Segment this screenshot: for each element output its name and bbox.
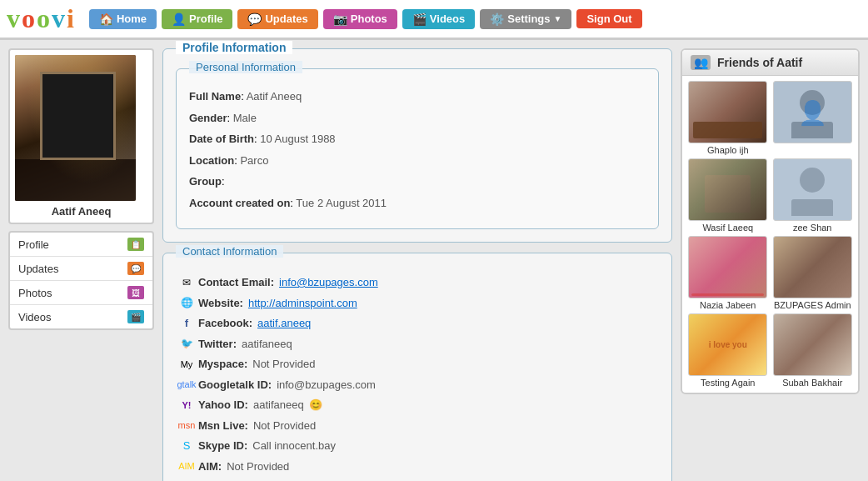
- aim-row: AIM AIM: Not Provided: [180, 458, 655, 475]
- friend-item-2[interactable]: [772, 81, 854, 155]
- friend-item-6[interactable]: BZUPAGES Admin: [772, 236, 854, 310]
- contact-info-section: Contact Information ✉ Contact Email: inf…: [162, 253, 672, 481]
- friend-item-4[interactable]: zee Shan: [772, 158, 854, 233]
- photos-icon: 📷: [333, 13, 347, 26]
- friend-photo-5: [688, 236, 767, 298]
- friend-item-8[interactable]: Subah Bakhair: [772, 313, 854, 388]
- msn-icon: msn: [180, 418, 193, 432]
- yahoo-value: aatifaneeq: [253, 397, 304, 413]
- friend-name-8: Subah Bakhair: [772, 378, 854, 388]
- profile-info-title: Profile Information: [176, 41, 292, 54]
- skype-icon: S: [180, 439, 193, 453]
- facebook-icon: f: [180, 317, 193, 330]
- logo: voovi: [7, 3, 76, 34]
- nav-settings-button[interactable]: ⚙️ Settings ▼: [480, 9, 571, 29]
- email-link[interactable]: info@bzupages.com: [279, 274, 378, 291]
- sidebar: Aatif Aneeq Profile 📋 Updates 💬 Photos 🖼: [8, 48, 154, 481]
- msn-row: msn Msn Live: Not Provided: [180, 418, 655, 434]
- group-label: Group: [189, 175, 222, 188]
- nav-header: voovi 🏠 Home 👤 Profile 💬 Updates 📷 Photo…: [0, 0, 868, 40]
- myspace-row: My Myspace: Not Provided: [180, 356, 655, 373]
- facebook-row: f Facebook: aatif.aneeq: [180, 315, 655, 332]
- friend-name-6: BZUPAGES Admin: [772, 300, 854, 310]
- friend-name-4: zee Shan: [772, 223, 854, 233]
- friends-grid: Ghaplo ijh: [682, 76, 858, 393]
- friend-photo-8: [773, 313, 852, 376]
- location-value: Parco: [240, 154, 268, 167]
- email-icon: ✉: [180, 276, 193, 289]
- friend-name-1: Ghaplo ijh: [687, 145, 769, 155]
- skype-value: Call innocent.bay: [252, 438, 336, 454]
- nav-videos-button[interactable]: 🎬 Videos: [402, 9, 475, 29]
- sidebar-videos-icon: 🎬: [127, 310, 144, 323]
- account-created-row: Account created on: Tue 2 August 2011: [189, 195, 646, 212]
- website-icon: 🌐: [180, 296, 193, 309]
- location-row: Location: Parco: [189, 153, 646, 169]
- friend-photo-3: [688, 158, 767, 221]
- aim-icon: AIM: [180, 459, 193, 473]
- home-icon: 🏠: [99, 13, 113, 26]
- profile-photo: [15, 55, 136, 201]
- sidebar-photos-label: Photos: [18, 287, 52, 299]
- myspace-value: Not Provided: [252, 356, 315, 373]
- yahoo-smiley: 😊: [309, 397, 322, 413]
- skype-row: S Skype ID: Call innocent.bay: [180, 438, 655, 454]
- facebook-link[interactable]: aatif.aneeq: [257, 315, 311, 332]
- website-link[interactable]: http://adminspoint.com: [248, 295, 357, 312]
- friend-item-7[interactable]: i love you Testing Again: [687, 313, 769, 388]
- personal-info-title: Personal Information: [189, 61, 302, 73]
- sidebar-item-profile[interactable]: Profile 📋: [10, 233, 152, 257]
- videos-icon: 🎬: [412, 13, 427, 26]
- nav-updates-button[interactable]: 💬 Updates: [237, 9, 317, 29]
- friends-header: 👥 Friends of Aatif: [682, 50, 858, 76]
- friend-photo-1: [688, 81, 767, 143]
- friends-header-icon: 👥: [691, 55, 711, 70]
- sidebar-profile-icon: 📋: [127, 238, 144, 251]
- settings-chevron-icon: ▼: [554, 14, 562, 23]
- friends-box: 👥 Friends of Aatif Ghaplo ijh: [681, 48, 860, 394]
- friend-photo-6: [773, 236, 852, 298]
- profile-content: Profile Information Personal Information…: [162, 48, 672, 481]
- googletalk-row: gtalk Googletalk ID: info@bzupages.com: [180, 377, 655, 393]
- sidebar-updates-icon: 💬: [127, 262, 144, 275]
- profile-photo-box: Aatif Aneeq: [8, 48, 154, 224]
- friends-panel: 👥 Friends of Aatif Ghaplo ijh: [681, 48, 860, 481]
- contact-email-row: ✉ Contact Email: info@bzupages.com: [180, 274, 655, 291]
- friend-name-5: Nazia Jabeen: [687, 300, 769, 310]
- friends-header-title: Friends of Aatif: [717, 56, 802, 69]
- sidebar-updates-label: Updates: [18, 263, 58, 275]
- sidebar-profile-label: Profile: [18, 238, 49, 251]
- nav-home-button[interactable]: 🏠 Home: [89, 9, 157, 29]
- full-name-label: Full Name: [189, 90, 241, 103]
- gender-value: Male: [233, 112, 257, 124]
- personal-info-subsection: Personal Information Full Name: Aatif An…: [176, 68, 659, 229]
- sidebar-photos-icon: 🖼: [127, 286, 144, 299]
- friend-item-1[interactable]: Ghaplo ijh: [687, 81, 769, 155]
- friend-photo-7: i love you: [688, 313, 767, 376]
- settings-icon: ⚙️: [490, 13, 504, 26]
- website-row: 🌐 Website: http://adminspoint.com: [180, 295, 655, 312]
- friend-photo-2: [773, 81, 852, 143]
- nav-photos-button[interactable]: 📷 Photos: [323, 9, 397, 29]
- msn-value: Not Provided: [253, 418, 316, 434]
- friend-item-3[interactable]: Wasif Laeeq: [687, 158, 769, 233]
- yahoo-row: Y! Yahoo ID: aatifaneeq 😊: [180, 397, 655, 413]
- dob-label: Date of Birth: [189, 133, 254, 145]
- sidebar-nav: Profile 📋 Updates 💬 Photos 🖼 Videos: [8, 231, 154, 330]
- sidebar-item-updates[interactable]: Updates 💬: [10, 257, 152, 281]
- friend-photo-4: [773, 158, 852, 221]
- full-name-value: Aatif Aneeq: [247, 90, 302, 103]
- group-row: Group:: [189, 173, 646, 190]
- account-created-value: Tue 2 August 2011: [296, 197, 387, 209]
- sidebar-item-videos[interactable]: Videos 🎬: [10, 305, 152, 328]
- friend-item-5[interactable]: Nazia Jabeen: [687, 236, 769, 310]
- friend-name-7: Testing Again: [687, 378, 769, 388]
- profile-info-section: Profile Information Personal Information…: [162, 48, 672, 243]
- nav-profile-button[interactable]: 👤 Profile: [162, 9, 232, 29]
- nav-signout-button[interactable]: Sign Out: [576, 9, 641, 28]
- sidebar-videos-label: Videos: [18, 311, 52, 323]
- full-name-row: Full Name: Aatif Aneeq: [189, 88, 646, 105]
- myspace-icon: My: [180, 358, 193, 371]
- sidebar-item-photos[interactable]: Photos 🖼: [10, 281, 152, 305]
- gender-row: Gender: Male: [189, 110, 646, 127]
